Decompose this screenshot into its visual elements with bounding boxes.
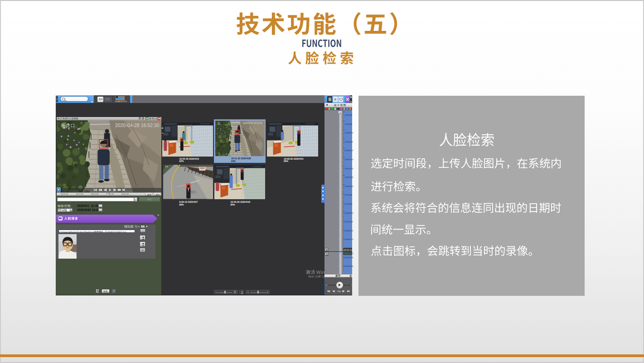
svg-text:2020-04-28 16:52:30: 2020-04-28 16:52:30	[115, 123, 160, 128]
svg-text:2020/4/28 16:52:55: 2020/4/28 16:52:55	[243, 122, 262, 124]
svg-text:04: 04	[165, 165, 168, 168]
svg-text:+1x: +1x	[337, 290, 340, 293]
